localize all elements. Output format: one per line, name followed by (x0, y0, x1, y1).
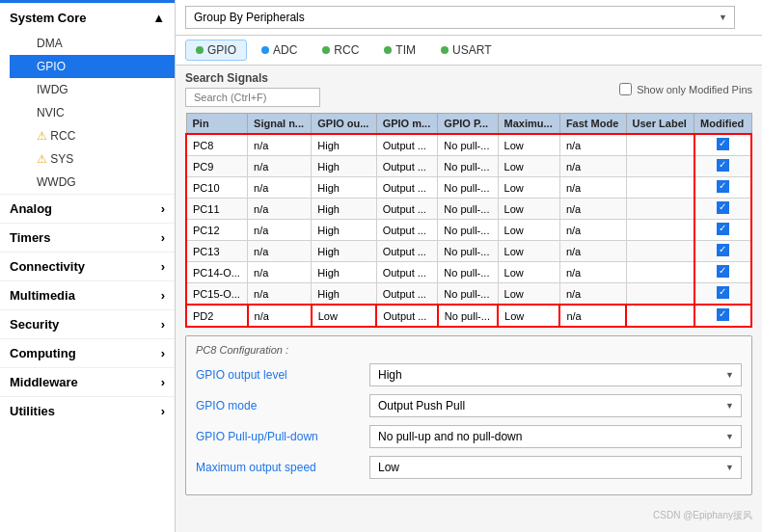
search-label: Search Signals (185, 71, 320, 85)
show-modified-label: Show only Modified Pins (637, 84, 752, 95)
tab-adc[interactable]: ADC (251, 40, 308, 61)
tim-dot-icon (384, 46, 392, 54)
modified-cell[interactable] (694, 305, 751, 327)
chevron-right-icon-analog: › (161, 201, 165, 216)
config-row: GPIO modeOutput Push Pull (196, 394, 742, 417)
modified-cell[interactable] (694, 177, 751, 199)
table-row[interactable]: PC15-O...n/aHighOutput ...No pull-...Low… (186, 283, 751, 306)
sidebar-group-system-core[interactable]: System Core ▲ (0, 3, 175, 32)
col-gpio-pull: GPIO P... (438, 114, 498, 135)
sidebar: System Core ▲ DMA GPIO IWDG NVIC RCC SYS… (0, 0, 176, 532)
col-fast-mode: Fast Mode (559, 114, 626, 135)
sidebar-group-computing[interactable]: Computing › (0, 338, 175, 367)
rcc-dot-icon (322, 46, 330, 54)
sidebar-item-dma[interactable]: DMA (10, 32, 175, 55)
usart-dot-icon (441, 46, 449, 54)
config-field-select[interactable]: Low (369, 456, 742, 479)
sidebar-security-label: Security (10, 317, 59, 332)
adc-dot-icon (261, 46, 269, 54)
sidebar-middleware-label: Middleware (10, 375, 78, 389)
config-field-label: Maximum output speed (196, 461, 369, 474)
config-field-select[interactable]: High (369, 363, 742, 386)
sidebar-system-core-items: DMA GPIO IWDG NVIC RCC SYS WWDG (0, 32, 175, 194)
sidebar-group-connectivity[interactable]: Connectivity › (0, 252, 175, 280)
modified-checkbox[interactable] (717, 223, 729, 235)
table-row[interactable]: PD2n/aLowOutput ...No pull-...Lown/a (186, 305, 751, 327)
table-row[interactable]: PC14-O...n/aHighOutput ...No pull-...Low… (186, 262, 751, 283)
table-row[interactable]: PC10n/aHighOutput ...No pull-...Lown/a (186, 177, 751, 199)
tab-gpio[interactable]: GPIO (185, 40, 247, 61)
sidebar-item-iwdg[interactable]: IWDG (10, 78, 175, 101)
sidebar-group-middleware[interactable]: Middleware › (0, 367, 175, 396)
modified-cell[interactable] (694, 156, 751, 177)
col-pin: Pin (186, 114, 248, 135)
search-input[interactable] (185, 88, 320, 107)
modified-checkbox[interactable] (717, 201, 729, 214)
tab-rcc-label: RCC (334, 43, 359, 57)
config-field-select[interactable]: No pull-up and no pull-down (369, 425, 742, 448)
sidebar-item-wwdg[interactable]: WWDG (10, 171, 175, 194)
table-row[interactable]: PC12n/aHighOutput ...No pull-...Lown/a (186, 220, 751, 241)
sidebar-item-sys[interactable]: SYS (10, 147, 175, 171)
tab-gpio-label: GPIO (207, 43, 236, 57)
table-row[interactable]: PC13n/aHighOutput ...No pull-...Lown/a (186, 241, 751, 262)
modified-checkbox[interactable] (717, 138, 729, 150)
chevron-right-icon-security: › (161, 317, 165, 332)
tab-rcc[interactable]: RCC (312, 40, 369, 61)
modified-cell[interactable] (694, 241, 751, 262)
sidebar-item-rcc[interactable]: RCC (10, 124, 175, 147)
config-field-label: GPIO output level (196, 368, 369, 382)
sidebar-group-timers[interactable]: Timers › (0, 223, 175, 252)
tab-usart[interactable]: USART (430, 40, 502, 61)
table-row[interactable]: PC8n/aHighOutput ...No pull-...Lown/a (186, 134, 751, 156)
table-header-row: Pin Signal n... GPIO ou... GPIO m... GPI… (186, 114, 751, 135)
col-signal: Signal n... (248, 114, 312, 135)
modified-checkbox[interactable] (717, 244, 729, 256)
config-field-label: GPIO Pull-up/Pull-down (196, 430, 369, 443)
modified-cell[interactable] (694, 283, 751, 306)
config-title: PC8 Configuration : (196, 344, 742, 356)
config-select-wrap: No pull-up and no pull-down (369, 425, 742, 448)
search-row: Search Signals Show only Modified Pins (185, 71, 752, 107)
signal-table: Pin Signal n... GPIO ou... GPIO m... GPI… (185, 113, 752, 328)
modified-checkbox[interactable] (717, 159, 729, 172)
config-select-wrap: Output Push Pull (369, 394, 742, 417)
config-select-wrap: High (369, 363, 742, 386)
sidebar-group-multimedia[interactable]: Multimedia › (0, 280, 175, 309)
modified-cell[interactable] (694, 220, 751, 241)
modified-checkbox[interactable] (717, 180, 729, 193)
modified-cell[interactable] (694, 134, 751, 156)
sidebar-computing-label: Computing (10, 346, 76, 360)
modified-checkbox[interactable] (717, 265, 729, 278)
modified-checkbox[interactable] (717, 308, 729, 321)
modified-cell[interactable] (694, 199, 751, 220)
sidebar-item-gpio[interactable]: GPIO (10, 55, 175, 78)
sidebar-group-analog[interactable]: Analog › (0, 194, 175, 223)
tab-tim[interactable]: TIM (373, 40, 426, 61)
tab-usart-label: USART (452, 43, 491, 57)
col-gpio-mode: GPIO m... (376, 114, 438, 135)
top-bar: Group By Peripherals (176, 0, 762, 36)
sidebar-group-security[interactable]: Security › (0, 309, 175, 338)
sidebar-item-nvic[interactable]: NVIC (10, 101, 175, 124)
table-row[interactable]: PC11n/aHighOutput ...No pull-...Lown/a (186, 199, 751, 220)
config-section: PC8 Configuration : GPIO output levelHig… (185, 335, 752, 495)
config-field-select[interactable]: Output Push Pull (369, 394, 742, 417)
watermark: CSDN @Epiphany援风 (653, 509, 752, 522)
table-row[interactable]: PC9n/aHighOutput ...No pull-...Lown/a (186, 156, 751, 177)
modified-cell[interactable] (694, 262, 751, 283)
chevron-right-icon-computing: › (161, 346, 165, 360)
sidebar-timers-label: Timers (10, 230, 50, 245)
chevron-up-icon: ▲ (152, 11, 165, 25)
chevron-right-icon-timers: › (161, 230, 165, 245)
search-block: Search Signals (185, 71, 320, 107)
group-by-select[interactable]: Group By Peripherals (185, 6, 735, 29)
config-select-wrap: Low (369, 456, 742, 479)
show-modified-checkbox[interactable] (619, 83, 632, 95)
col-user-label: User Label (626, 114, 694, 135)
sidebar-multimedia-label: Multimedia (10, 288, 75, 303)
gpio-dot-icon (196, 46, 204, 54)
sidebar-group-utilities[interactable]: Utilities › (0, 396, 175, 425)
modified-checkbox[interactable] (717, 286, 729, 299)
config-row: GPIO Pull-up/Pull-downNo pull-up and no … (196, 425, 742, 448)
